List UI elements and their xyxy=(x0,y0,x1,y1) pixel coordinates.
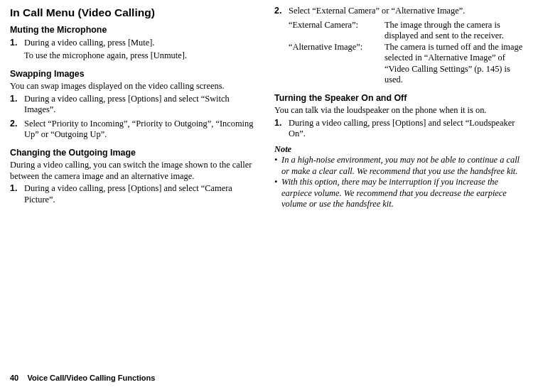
step-body: Select “External Camera” or “Alternative… xyxy=(289,6,523,17)
heading-changing: Changing the Outgoing Image xyxy=(10,148,259,159)
step-number: 2. xyxy=(10,119,24,141)
def-desc: The image through the camera is displaye… xyxy=(385,20,523,42)
step-body: During a video calling, press [Options] … xyxy=(289,118,523,140)
def-desc: The camera is turned off and the image s… xyxy=(385,42,523,86)
heading-speaker: Turning the Speaker On and Off xyxy=(274,93,523,104)
step-number: 1. xyxy=(10,94,24,116)
note-text: With this option, there may be interrupt… xyxy=(281,177,523,210)
step-body: During a video calling, press [Options] … xyxy=(24,94,259,116)
bullet-icon: • xyxy=(274,177,281,210)
steps-swapping: 1. During a video calling, press [Option… xyxy=(10,94,259,141)
intro-swapping: You can swap images displayed on the vid… xyxy=(10,81,259,92)
left-column: In Call Menu (Video Calling) Muting the … xyxy=(10,6,259,210)
def-term: “Alternative Image”: xyxy=(289,42,385,86)
heading-muting: Muting the Microphone xyxy=(10,25,259,36)
note-heading: Note xyxy=(274,144,523,156)
note-list: • In a high-noise environment, you may n… xyxy=(274,155,523,210)
step-number: 1. xyxy=(10,38,24,62)
section-title: Voice Call/Video Calling Functions xyxy=(27,374,155,382)
steps-changing: 1. During a video calling, press [Option… xyxy=(10,183,259,205)
steps-muting: 1. During a video calling, press [Mute].… xyxy=(10,38,259,62)
intro-speaker: You can talk via the loudspeaker on the … xyxy=(274,105,523,116)
step-line: To use the microphone again, press [Unmu… xyxy=(24,50,259,62)
def-term: “External Camera”: xyxy=(289,20,385,42)
steps-right-top: 2. Select “External Camera” or “Alternat… xyxy=(274,6,523,17)
step-number: 1. xyxy=(10,183,24,205)
step-number: 1. xyxy=(274,118,289,140)
step-body: During a video calling, press [Mute]. To… xyxy=(24,38,259,62)
step-body: During a video calling, press [Options] … xyxy=(24,183,259,205)
page-number: 40 xyxy=(10,374,18,382)
definition-list: “External Camera”: The image through the… xyxy=(289,20,523,86)
steps-speaker: 1. During a video calling, press [Option… xyxy=(274,118,523,140)
bullet-icon: • xyxy=(274,155,281,177)
step-body: Select “Priority to Incoming”, “Priority… xyxy=(24,119,259,141)
step-line: During a video calling, press [Mute]. xyxy=(24,38,154,48)
right-column: 2. Select “External Camera” or “Alternat… xyxy=(274,6,523,210)
page-footer: 40 Voice Call/Video Calling Functions xyxy=(10,374,155,383)
note-text: In a high-noise environment, you may not… xyxy=(281,155,523,177)
page-title: In Call Menu (Video Calling) xyxy=(10,6,259,19)
step-number: 2. xyxy=(274,6,289,17)
heading-swapping: Swapping Images xyxy=(10,69,259,80)
footer-gap xyxy=(18,374,27,382)
intro-changing: During a video calling, you can switch t… xyxy=(10,160,259,182)
